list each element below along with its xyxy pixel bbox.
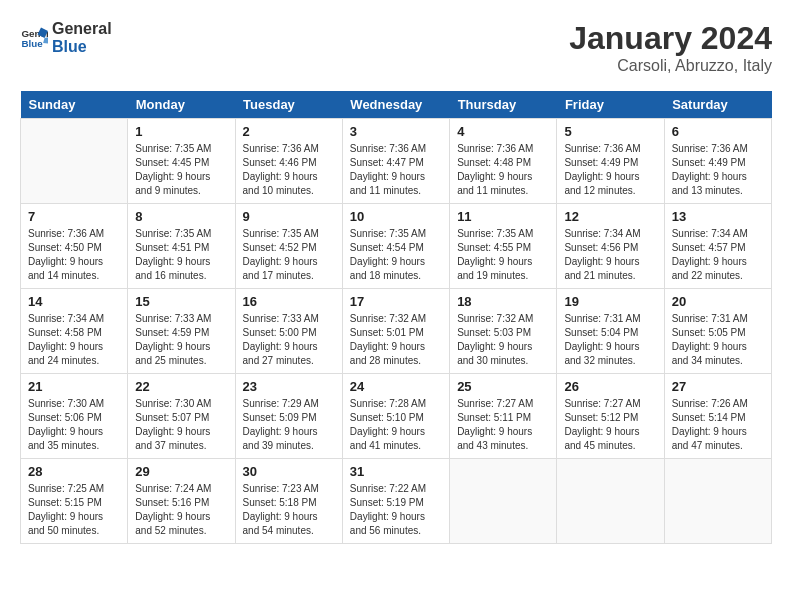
calendar-day-cell: [557, 459, 664, 544]
day-info: Sunrise: 7:26 AM Sunset: 5:14 PM Dayligh…: [672, 397, 764, 453]
day-of-week-header: Monday: [128, 91, 235, 119]
month-title: January 2024: [569, 20, 772, 57]
day-info: Sunrise: 7:23 AM Sunset: 5:18 PM Dayligh…: [243, 482, 335, 538]
calendar-week-row: 28Sunrise: 7:25 AM Sunset: 5:15 PM Dayli…: [21, 459, 772, 544]
calendar-day-cell: 4Sunrise: 7:36 AM Sunset: 4:48 PM Daylig…: [450, 119, 557, 204]
calendar-day-cell: 23Sunrise: 7:29 AM Sunset: 5:09 PM Dayli…: [235, 374, 342, 459]
calendar-week-row: 1Sunrise: 7:35 AM Sunset: 4:45 PM Daylig…: [21, 119, 772, 204]
calendar-day-cell: 27Sunrise: 7:26 AM Sunset: 5:14 PM Dayli…: [664, 374, 771, 459]
day-info: Sunrise: 7:27 AM Sunset: 5:12 PM Dayligh…: [564, 397, 656, 453]
day-number: 22: [135, 379, 227, 394]
calendar-day-cell: 28Sunrise: 7:25 AM Sunset: 5:15 PM Dayli…: [21, 459, 128, 544]
day-of-week-header: Tuesday: [235, 91, 342, 119]
calendar-day-cell: 3Sunrise: 7:36 AM Sunset: 4:47 PM Daylig…: [342, 119, 449, 204]
day-number: 1: [135, 124, 227, 139]
calendar-day-cell: 9Sunrise: 7:35 AM Sunset: 4:52 PM Daylig…: [235, 204, 342, 289]
day-number: 16: [243, 294, 335, 309]
day-info: Sunrise: 7:35 AM Sunset: 4:51 PM Dayligh…: [135, 227, 227, 283]
svg-text:Blue: Blue: [21, 38, 43, 49]
day-info: Sunrise: 7:32 AM Sunset: 5:03 PM Dayligh…: [457, 312, 549, 368]
day-number: 23: [243, 379, 335, 394]
calendar-day-cell: 16Sunrise: 7:33 AM Sunset: 5:00 PM Dayli…: [235, 289, 342, 374]
day-number: 9: [243, 209, 335, 224]
calendar-week-row: 7Sunrise: 7:36 AM Sunset: 4:50 PM Daylig…: [21, 204, 772, 289]
logo-icon: General Blue: [20, 24, 48, 52]
calendar-day-cell: 19Sunrise: 7:31 AM Sunset: 5:04 PM Dayli…: [557, 289, 664, 374]
calendar-day-cell: [450, 459, 557, 544]
day-number: 6: [672, 124, 764, 139]
calendar-day-cell: 20Sunrise: 7:31 AM Sunset: 5:05 PM Dayli…: [664, 289, 771, 374]
day-of-week-header: Wednesday: [342, 91, 449, 119]
calendar-day-cell: 10Sunrise: 7:35 AM Sunset: 4:54 PM Dayli…: [342, 204, 449, 289]
day-info: Sunrise: 7:27 AM Sunset: 5:11 PM Dayligh…: [457, 397, 549, 453]
day-number: 8: [135, 209, 227, 224]
calendar-day-cell: 14Sunrise: 7:34 AM Sunset: 4:58 PM Dayli…: [21, 289, 128, 374]
day-info: Sunrise: 7:30 AM Sunset: 5:06 PM Dayligh…: [28, 397, 120, 453]
day-info: Sunrise: 7:33 AM Sunset: 4:59 PM Dayligh…: [135, 312, 227, 368]
page-header: General Blue General Blue January 2024 C…: [20, 20, 772, 75]
calendar-day-cell: 22Sunrise: 7:30 AM Sunset: 5:07 PM Dayli…: [128, 374, 235, 459]
calendar-week-row: 14Sunrise: 7:34 AM Sunset: 4:58 PM Dayli…: [21, 289, 772, 374]
day-info: Sunrise: 7:35 AM Sunset: 4:45 PM Dayligh…: [135, 142, 227, 198]
day-number: 21: [28, 379, 120, 394]
day-number: 20: [672, 294, 764, 309]
day-info: Sunrise: 7:35 AM Sunset: 4:54 PM Dayligh…: [350, 227, 442, 283]
calendar-day-cell: [664, 459, 771, 544]
day-info: Sunrise: 7:22 AM Sunset: 5:19 PM Dayligh…: [350, 482, 442, 538]
calendar-day-cell: 1Sunrise: 7:35 AM Sunset: 4:45 PM Daylig…: [128, 119, 235, 204]
day-of-week-header: Friday: [557, 91, 664, 119]
day-of-week-header: Sunday: [21, 91, 128, 119]
day-info: Sunrise: 7:34 AM Sunset: 4:57 PM Dayligh…: [672, 227, 764, 283]
day-of-week-header: Saturday: [664, 91, 771, 119]
calendar-table: SundayMondayTuesdayWednesdayThursdayFrid…: [20, 91, 772, 544]
day-info: Sunrise: 7:32 AM Sunset: 5:01 PM Dayligh…: [350, 312, 442, 368]
day-info: Sunrise: 7:30 AM Sunset: 5:07 PM Dayligh…: [135, 397, 227, 453]
day-number: 27: [672, 379, 764, 394]
day-number: 29: [135, 464, 227, 479]
calendar-day-cell: 7Sunrise: 7:36 AM Sunset: 4:50 PM Daylig…: [21, 204, 128, 289]
day-number: 26: [564, 379, 656, 394]
day-info: Sunrise: 7:28 AM Sunset: 5:10 PM Dayligh…: [350, 397, 442, 453]
calendar-day-cell: 21Sunrise: 7:30 AM Sunset: 5:06 PM Dayli…: [21, 374, 128, 459]
day-number: 4: [457, 124, 549, 139]
day-number: 3: [350, 124, 442, 139]
calendar-day-cell: 18Sunrise: 7:32 AM Sunset: 5:03 PM Dayli…: [450, 289, 557, 374]
day-info: Sunrise: 7:36 AM Sunset: 4:49 PM Dayligh…: [564, 142, 656, 198]
header-row: SundayMondayTuesdayWednesdayThursdayFrid…: [21, 91, 772, 119]
calendar-week-row: 21Sunrise: 7:30 AM Sunset: 5:06 PM Dayli…: [21, 374, 772, 459]
title-block: January 2024 Carsoli, Abruzzo, Italy: [569, 20, 772, 75]
logo: General Blue General Blue: [20, 20, 112, 57]
day-number: 24: [350, 379, 442, 394]
day-info: Sunrise: 7:36 AM Sunset: 4:49 PM Dayligh…: [672, 142, 764, 198]
day-number: 11: [457, 209, 549, 224]
calendar-day-cell: 25Sunrise: 7:27 AM Sunset: 5:11 PM Dayli…: [450, 374, 557, 459]
day-number: 7: [28, 209, 120, 224]
day-number: 31: [350, 464, 442, 479]
calendar-day-cell: 2Sunrise: 7:36 AM Sunset: 4:46 PM Daylig…: [235, 119, 342, 204]
day-number: 13: [672, 209, 764, 224]
calendar-day-cell: 15Sunrise: 7:33 AM Sunset: 4:59 PM Dayli…: [128, 289, 235, 374]
location-title: Carsoli, Abruzzo, Italy: [569, 57, 772, 75]
day-number: 14: [28, 294, 120, 309]
day-info: Sunrise: 7:34 AM Sunset: 4:56 PM Dayligh…: [564, 227, 656, 283]
day-info: Sunrise: 7:31 AM Sunset: 5:04 PM Dayligh…: [564, 312, 656, 368]
day-number: 30: [243, 464, 335, 479]
day-info: Sunrise: 7:36 AM Sunset: 4:46 PM Dayligh…: [243, 142, 335, 198]
day-number: 25: [457, 379, 549, 394]
logo-general: General: [52, 20, 112, 38]
calendar-day-cell: 31Sunrise: 7:22 AM Sunset: 5:19 PM Dayli…: [342, 459, 449, 544]
calendar-day-cell: 26Sunrise: 7:27 AM Sunset: 5:12 PM Dayli…: [557, 374, 664, 459]
day-info: Sunrise: 7:36 AM Sunset: 4:48 PM Dayligh…: [457, 142, 549, 198]
day-info: Sunrise: 7:33 AM Sunset: 5:00 PM Dayligh…: [243, 312, 335, 368]
day-number: 28: [28, 464, 120, 479]
calendar-day-cell: [21, 119, 128, 204]
day-info: Sunrise: 7:36 AM Sunset: 4:50 PM Dayligh…: [28, 227, 120, 283]
day-number: 12: [564, 209, 656, 224]
day-number: 19: [564, 294, 656, 309]
calendar-day-cell: 11Sunrise: 7:35 AM Sunset: 4:55 PM Dayli…: [450, 204, 557, 289]
day-info: Sunrise: 7:24 AM Sunset: 5:16 PM Dayligh…: [135, 482, 227, 538]
calendar-day-cell: 24Sunrise: 7:28 AM Sunset: 5:10 PM Dayli…: [342, 374, 449, 459]
calendar-day-cell: 29Sunrise: 7:24 AM Sunset: 5:16 PM Dayli…: [128, 459, 235, 544]
day-info: Sunrise: 7:31 AM Sunset: 5:05 PM Dayligh…: [672, 312, 764, 368]
day-info: Sunrise: 7:29 AM Sunset: 5:09 PM Dayligh…: [243, 397, 335, 453]
